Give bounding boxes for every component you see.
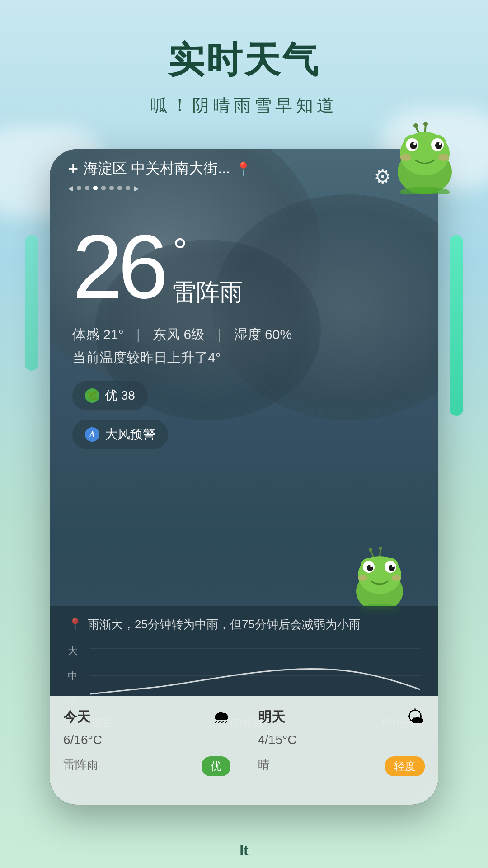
air-quality-label: 优 38 bbox=[105, 387, 135, 404]
rain-info-text: 雨渐大，25分钟转为中雨，但75分钟后会减弱为小雨 bbox=[88, 617, 361, 632]
svg-point-14 bbox=[400, 154, 411, 161]
forecast-day-tomorrow: 明天 bbox=[258, 708, 285, 726]
svg-point-18 bbox=[369, 548, 372, 552]
dot-active bbox=[93, 186, 98, 190]
forecast-temp-today: 6/16°C bbox=[63, 733, 230, 747]
svg-point-1 bbox=[413, 123, 418, 128]
air-quality-badge[interactable]: 🌿 优 38 bbox=[72, 381, 148, 410]
quality-badge-tomorrow: 轻度 bbox=[385, 756, 425, 776]
forecast-top-tomorrow: 明天 🌤 bbox=[258, 707, 425, 727]
y-label-large: 大 bbox=[68, 644, 84, 658]
next-location-button[interactable]: ▸ bbox=[134, 182, 139, 194]
y-label-medium: 中 bbox=[68, 669, 84, 683]
wind-warning-label: 大风预警 bbox=[105, 426, 155, 443]
weather-condition: 雷阵雨 bbox=[173, 277, 243, 308]
daily-forecast: 今天 🌧 6/16°C 雷阵雨 优 明天 🌤 4/15°C 晴 轻度 bbox=[50, 696, 438, 805]
forecast-tomorrow: 明天 🌤 4/15°C 晴 轻度 bbox=[244, 696, 439, 805]
dot bbox=[85, 186, 89, 190]
dot bbox=[101, 186, 106, 190]
svg-point-31 bbox=[358, 575, 367, 581]
wind-warning-badge[interactable]: A 大风预警 bbox=[72, 420, 168, 449]
badge-row: 🌿 优 38 A 大风预警 bbox=[72, 381, 292, 449]
page-title: 实时天气 bbox=[0, 36, 488, 85]
forecast-day-today: 今天 bbox=[63, 708, 90, 726]
forecast-condition-tomorrow: 晴 bbox=[258, 757, 270, 773]
frog-bottom bbox=[348, 547, 411, 610]
main-weather: 26 ° 雷阵雨 体感 21° | 东风 6级 | 湿度 60% 当前温度较昨日… bbox=[72, 222, 292, 449]
quality-badge-today: 优 bbox=[202, 756, 230, 776]
weather-detail-row-2: 当前温度较昨日上升了4° bbox=[72, 349, 292, 367]
header-bar: + 海淀区 中关村南大街... 📍 ◂ ▸ ⚙ ↗ bbox=[50, 149, 438, 203]
frog-top bbox=[389, 122, 461, 194]
dot bbox=[117, 186, 122, 190]
side-deco-right bbox=[450, 235, 463, 416]
temperature: 26 bbox=[72, 222, 164, 312]
forecast-icon-tomorrow: 🌤 bbox=[407, 707, 425, 727]
location-pin-icon: 📍 bbox=[235, 161, 251, 176]
air-quality-icon: 🌿 bbox=[85, 388, 99, 403]
svg-point-20 bbox=[379, 547, 382, 550]
dots-row: ◂ ▸ bbox=[68, 182, 251, 194]
temp-display: 26 ° 雷阵雨 bbox=[72, 222, 292, 312]
svg-point-12 bbox=[413, 142, 416, 145]
forecast-today: 今天 🌧 6/16°C 雷阵雨 优 bbox=[50, 696, 244, 805]
forecast-temp-tomorrow: 4/15°C bbox=[258, 733, 425, 747]
svg-point-15 bbox=[438, 154, 449, 161]
rain-pin-icon: 📍 bbox=[68, 618, 82, 632]
weather-detail-row-1: 体感 21° | 东风 6级 | 湿度 60% bbox=[72, 326, 292, 344]
svg-point-3 bbox=[423, 122, 428, 126]
svg-point-32 bbox=[392, 575, 401, 581]
forecast-top-today: 今天 🌧 bbox=[63, 707, 230, 727]
weather-details: 体感 21° | 东风 6级 | 湿度 60% 当前温度较昨日上升了4° bbox=[72, 326, 292, 367]
forecast-condition-today: 雷阵雨 bbox=[63, 757, 99, 773]
phone-frame: + 海淀区 中关村南大街... 📍 ◂ ▸ ⚙ ↗ bbox=[50, 149, 438, 805]
location-name: 海淀区 中关村南大街... bbox=[84, 159, 230, 179]
dot bbox=[109, 186, 114, 190]
rain-info-bar: 📍 雨渐大，25分钟转为中雨，但75分钟后会减弱为小雨 bbox=[50, 606, 438, 640]
dot bbox=[126, 186, 130, 190]
side-deco-left bbox=[25, 235, 38, 371]
svg-point-13 bbox=[439, 142, 441, 145]
header-location: + 海淀区 中关村南大街... 📍 ◂ ▸ bbox=[68, 159, 374, 194]
forecast-icon-today: 🌧 bbox=[212, 707, 230, 727]
svg-point-11 bbox=[435, 142, 442, 149]
add-location-button[interactable]: + bbox=[68, 159, 78, 179]
degree-symbol: ° bbox=[173, 231, 243, 272]
bottom-text: It bbox=[0, 842, 488, 859]
wind-warning-icon: A bbox=[85, 427, 99, 442]
svg-point-10 bbox=[410, 142, 417, 149]
prev-location-button[interactable]: ◂ bbox=[68, 182, 73, 194]
temp-unit-weather: ° 雷阵雨 bbox=[173, 222, 243, 308]
dot bbox=[77, 186, 81, 190]
svg-point-30 bbox=[392, 565, 394, 567]
svg-point-29 bbox=[370, 565, 373, 567]
